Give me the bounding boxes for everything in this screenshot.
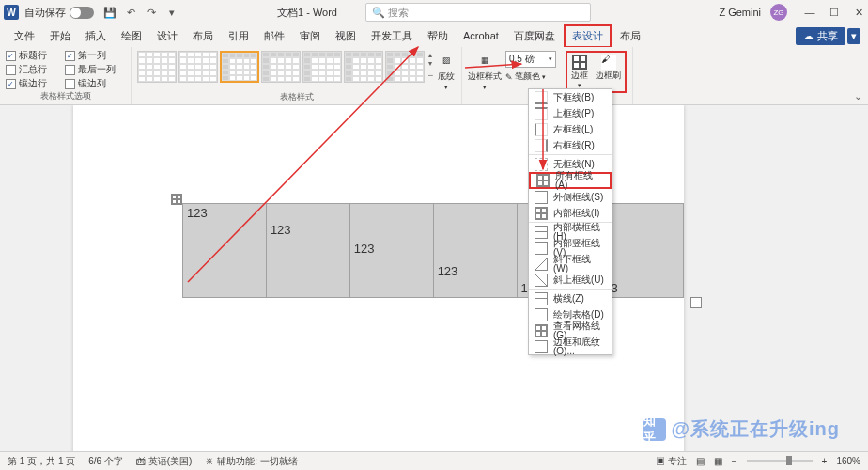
save-icon[interactable]: 💾: [103, 6, 116, 19]
gallery-down-icon[interactable]: ▾: [428, 59, 433, 68]
word-count[interactable]: 6/6 个字: [88, 455, 123, 468]
redo-icon[interactable]: ↷: [145, 6, 158, 19]
borders-split-button[interactable]: 边框 ▾ 🖌 边框刷: [566, 51, 627, 93]
share-button[interactable]: ☁ 共享: [796, 27, 845, 45]
tab-邮件[interactable]: 邮件: [257, 26, 291, 46]
menu-item-右框线(R)[interactable]: 右框线(R): [529, 137, 612, 153]
tab-文件[interactable]: 文件: [8, 26, 41, 46]
menu-item-斜下框线(W)[interactable]: 斜下框线(W): [529, 256, 612, 272]
autosave-label: 自动保存: [24, 6, 66, 20]
menu-item-外侧框线(S)[interactable]: 外侧框线(S): [529, 189, 612, 205]
border-type-icon: [535, 242, 548, 255]
border-type-icon: [535, 292, 548, 306]
tab-布局[interactable]: 布局: [186, 26, 220, 46]
quick-access-toolbar: 💾 ↶ ↷ ▾: [103, 6, 178, 19]
border-type-icon: [535, 191, 548, 204]
menu-item-边框和底纹(O)...[interactable]: 边框和底纹(O)...: [529, 338, 612, 354]
border-type-icon: [535, 123, 548, 136]
ribbon-tabs: 文件开始插入绘图设计布局引用邮件审阅视图开发工具帮助Acrobat百度网盘表设计…: [0, 24, 868, 47]
border-style-button[interactable]: ▦ 边框样式 ▾: [468, 51, 502, 91]
tab-百度网盘[interactable]: 百度网盘: [507, 26, 562, 46]
table-style-options-group: ✓标题行✓第一列汇总行最后一列✓镶边行镶边列 表格样式选项: [0, 47, 132, 104]
search-input[interactable]: 🔍 搜索: [365, 3, 591, 22]
style-thumb[interactable]: [385, 51, 425, 83]
page-indicator[interactable]: 第 1 页，共 1 页: [8, 455, 75, 468]
document-canvas[interactable]: 123 123 123 123 12 23: [0, 105, 868, 451]
menu-item-内部框线(I)[interactable]: 内部框线(I): [529, 205, 612, 221]
menu-item-斜上框线(U)[interactable]: 斜上框线(U): [529, 272, 612, 288]
tab-设计[interactable]: 设计: [150, 26, 184, 46]
cell-text[interactable]: 123: [271, 223, 291, 237]
table-move-handle[interactable]: [171, 194, 182, 205]
style-thumb[interactable]: [302, 51, 342, 83]
tab-插入[interactable]: 插入: [79, 26, 113, 46]
table-style-gallery[interactable]: ▴ ▾ ⎯ ▨ 底纹▾: [137, 49, 456, 91]
accessibility-status[interactable]: ⛯ 辅助功能: 一切就绪: [205, 455, 297, 468]
ribbon: ✓标题行✓第一列汇总行最后一列✓镶边行镶边列 表格样式选项 ▴ ▾ ⎯ ▨ 底纹…: [0, 47, 868, 105]
minimize-button[interactable]: —: [804, 7, 815, 19]
autosave-toggle[interactable]: 自动保存: [24, 6, 94, 20]
view-web-icon[interactable]: ▦: [714, 456, 722, 466]
style-thumb[interactable]: [261, 51, 301, 83]
zoom-slider[interactable]: [747, 460, 813, 462]
tab-开始[interactable]: 开始: [43, 26, 77, 46]
checkbox-标题行[interactable]: ✓标题行: [6, 49, 57, 62]
zoom-in-icon[interactable]: +: [822, 456, 828, 466]
tab-引用[interactable]: 引用: [222, 26, 256, 46]
checkbox-最后一列[interactable]: 最后一列: [65, 63, 126, 76]
menu-item-下框线(B)[interactable]: 下框线(B): [529, 89, 612, 105]
border-style-icon: ▦: [475, 51, 494, 70]
border-type-icon: [535, 308, 548, 321]
style-thumb[interactable]: [178, 51, 218, 83]
tab-视图[interactable]: 视图: [329, 26, 363, 46]
checkbox-icon: ✓: [6, 51, 16, 61]
checkbox-镶边列[interactable]: 镶边列: [65, 77, 126, 90]
user-name[interactable]: Z Gemini: [719, 7, 761, 18]
border-type-icon: [535, 207, 548, 220]
menu-item-左框线(L)[interactable]: 左框线(L): [529, 121, 612, 137]
table-resize-handle[interactable]: [690, 297, 702, 308]
checkbox-镶边行[interactable]: ✓镶边行: [6, 77, 57, 90]
toggle-icon[interactable]: [70, 7, 94, 19]
tab-帮助[interactable]: 帮助: [421, 26, 455, 46]
tab-Acrobat[interactable]: Acrobat: [457, 27, 505, 44]
view-print-icon[interactable]: ▤: [696, 456, 705, 466]
cell-text[interactable]: 123: [354, 242, 375, 256]
menu-item-横线(Z)[interactable]: 横线(Z): [529, 290, 612, 306]
checkbox-汇总行[interactable]: 汇总行: [6, 63, 57, 76]
language-indicator[interactable]: 🖄 英语(美国): [136, 455, 192, 468]
qat-more-icon[interactable]: ▾: [165, 6, 178, 19]
cell-text[interactable]: 123: [438, 264, 458, 278]
zoom-out-icon[interactable]: −: [732, 456, 737, 466]
avatar[interactable]: ZG: [770, 4, 787, 21]
tab-表设计[interactable]: 表设计: [564, 24, 612, 48]
close-button[interactable]: ✕: [853, 7, 864, 19]
pen-icon: ✎: [505, 72, 513, 82]
style-thumb-selected[interactable]: [220, 51, 259, 83]
border-width-combo[interactable]: 0.5 磅▾: [505, 51, 556, 68]
shading-button[interactable]: ▨ 底纹▾: [437, 51, 456, 91]
cell-text[interactable]: 123: [187, 206, 208, 220]
style-thumb[interactable]: [137, 51, 177, 83]
tab-开发工具[interactable]: 开发工具: [364, 26, 419, 46]
share-dropdown[interactable]: ▾: [847, 28, 860, 44]
checkbox-第一列[interactable]: ✓第一列: [65, 49, 126, 62]
border-painter-icon: 🖌: [601, 55, 616, 70]
tab-绘图[interactable]: 绘图: [115, 26, 148, 46]
pen-color-button[interactable]: ✎ 笔颜色 ▾: [505, 70, 556, 83]
style-thumb[interactable]: [344, 51, 383, 83]
maximize-button[interactable]: ☐: [829, 7, 840, 19]
word-icon: W: [4, 5, 19, 20]
menu-item-所有框线(A)[interactable]: 所有框线(A): [529, 172, 612, 189]
border-type-icon: [535, 91, 548, 104]
tab-布局[interactable]: 布局: [613, 26, 647, 46]
undo-icon[interactable]: ↶: [124, 6, 137, 19]
gallery-up-icon[interactable]: ▴: [428, 51, 433, 59]
menu-item-上框线(P)[interactable]: 上框线(P): [529, 105, 612, 121]
zoom-level[interactable]: 160%: [836, 456, 860, 466]
focus-mode-button[interactable]: ▣ 专注: [656, 455, 687, 468]
collapse-ribbon-icon[interactable]: ⌄: [854, 90, 862, 102]
border-type-icon: [536, 174, 550, 187]
tab-审阅[interactable]: 审阅: [293, 26, 327, 46]
gallery-more-icon[interactable]: ⎯: [428, 68, 433, 76]
